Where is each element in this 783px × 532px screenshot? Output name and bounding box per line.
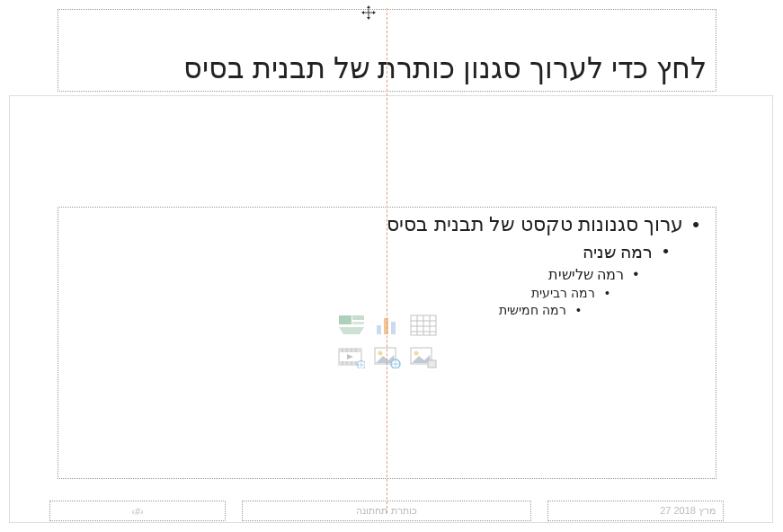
footer-date-text: 27 מרץ 2018	[660, 505, 716, 517]
svg-point-14	[414, 351, 418, 356]
svg-rect-9	[391, 322, 396, 334]
footer-date-placeholder[interactable]: 27 מרץ 2018	[547, 501, 724, 521]
content-icon-grid	[337, 314, 438, 371]
slide-number-text: ‹#›	[131, 506, 143, 517]
svg-rect-7	[377, 325, 381, 334]
svg-rect-15	[428, 360, 436, 368]
svg-rect-8	[384, 318, 388, 334]
online-picture-icon[interactable]	[373, 346, 402, 369]
svg-rect-11	[352, 315, 364, 320]
move-icon[interactable]	[361, 5, 376, 20]
center-guide	[387, 8, 387, 513]
slide-number-placeholder[interactable]: ‹#›	[49, 501, 226, 521]
picture-icon[interactable]	[409, 346, 438, 369]
table-icon[interactable]	[409, 314, 438, 337]
chart-icon[interactable]	[373, 314, 402, 337]
svg-point-17	[378, 351, 382, 356]
svg-rect-12	[352, 322, 364, 324]
video-icon[interactable]	[337, 346, 366, 369]
svg-rect-10	[339, 315, 351, 324]
title-text: לחץ כדי לערוך סגנון כותרת של תבנית בסיס	[183, 51, 707, 85]
smartart-icon[interactable]	[337, 314, 366, 337]
